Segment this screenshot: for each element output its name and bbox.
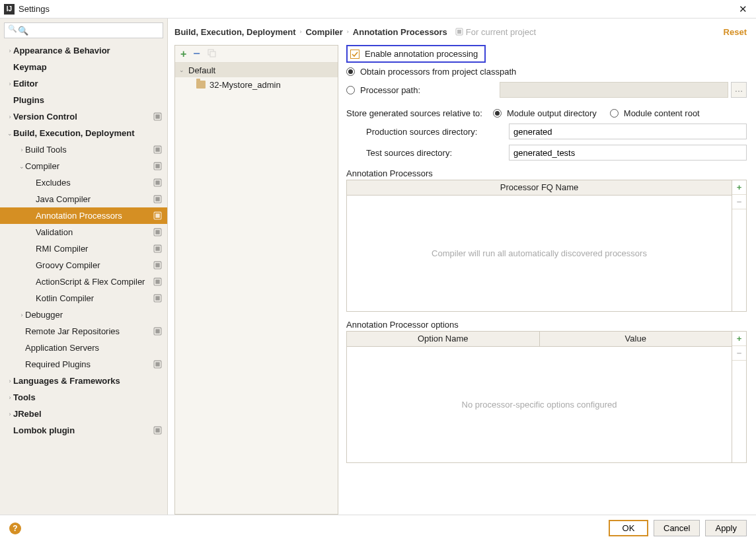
tree-item-editor[interactable]: ›Editor [0,75,167,92]
module-output-radio[interactable] [493,109,502,118]
profile-default[interactable]: ⌄ Default [175,63,338,77]
add-processor-icon[interactable]: + [732,180,746,195]
svg-rect-15 [155,246,160,251]
tree-item-version-control[interactable]: ›Version Control [0,108,167,125]
cancel-button[interactable]: Cancel [654,520,700,536]
project-badge-icon [153,294,162,303]
module-content-radio[interactable] [610,109,619,118]
prod-dir-input[interactable] [509,124,747,139]
tree-item-label: Remote Jar Repositories [25,326,153,336]
window-title: Settings [19,4,734,14]
obtain-from-classpath-radio[interactable] [346,67,355,76]
search-input[interactable] [4,22,163,38]
tree-item-label: Excludes [36,178,153,188]
tree-item-lombok-plugin[interactable]: Lombok plugin [0,422,167,439]
obtain-from-classpath-label: Obtain processors from project classpath [360,67,516,77]
tree-item-appearance-behavior[interactable]: ›Appearance & Behavior [0,42,167,59]
chevron-right-icon: › [7,81,13,87]
options-title: Annotation Processor options [346,320,747,330]
chevron-right-icon: › [7,394,13,401]
add-option-icon[interactable]: + [732,332,746,346]
tree-item-application-servers[interactable]: Application Servers [0,340,167,356]
svg-rect-19 [155,279,160,284]
tree-item-java-compiler[interactable]: Java Compiler [0,191,167,207]
chevron-right-icon: › [347,28,349,35]
processor-path-input [500,82,728,98]
project-badge-icon [455,28,463,36]
tree-item-label: Groovy Compiler [36,260,153,270]
tree-item-compiler[interactable]: ⌄Compiler [0,158,167,174]
reset-link[interactable]: Reset [724,27,747,37]
breadcrumb: Build, Execution, Deployment › Compiler … [174,18,756,45]
project-badge-icon [153,244,162,253]
options-header-value: Value [540,332,732,346]
tree-item-label: Plugins [13,95,162,105]
tree-item-keymap[interactable]: Keymap [0,59,167,75]
svg-rect-31 [210,52,215,57]
project-badge-icon [153,261,162,270]
tree-item-label: Kotlin Compiler [36,293,153,303]
profile-project[interactable]: 32-Mystore_admin [175,77,338,92]
close-icon[interactable]: ✕ [734,3,752,15]
tree-item-label: Tools [13,392,162,402]
enable-annotation-label: Enable annotation processing [365,49,478,59]
tree-item-excludes[interactable]: Excludes [0,174,167,191]
svg-rect-7 [155,180,160,185]
project-badge-icon [153,178,162,187]
svg-rect-11 [155,213,160,218]
svg-rect-25 [155,362,160,367]
project-badge-icon [153,211,162,220]
tree-item-rmi-compiler[interactable]: RMI Compiler [0,240,167,257]
remove-profile-icon[interactable]: − [193,47,200,61]
tree-item-actionscript-flex-compiler[interactable]: ActionScript & Flex Compiler [0,273,167,290]
project-badge-icon [153,426,162,435]
tree-item-jrebel[interactable]: ›JRebel [0,406,167,422]
tree-item-groovy-compiler[interactable]: Groovy Compiler [0,257,167,273]
tree-item-validation[interactable]: Validation [0,224,167,240]
tree-item-label: Validation [36,227,153,237]
search-icon: 🔍 [8,24,17,33]
options-header-name: Option Name [347,332,540,346]
for-project-label: For current project [466,27,536,37]
tree-item-kotlin-compiler[interactable]: Kotlin Compiler [0,290,167,307]
crumb-0[interactable]: Build, Execution, Deployment [174,27,295,37]
tree-item-tools[interactable]: ›Tools [0,389,167,406]
copy-profile-icon [207,48,216,59]
tree-item-plugins[interactable]: Plugins [0,92,167,108]
tree-item-remote-jar-repositories[interactable]: Remote Jar Repositories [0,323,167,340]
project-badge-icon [153,327,162,336]
help-icon[interactable]: ? [9,523,21,534]
processors-table: Processor FQ Name Compiler will run all … [346,180,732,312]
for-current-project: For current project [455,27,536,37]
svg-rect-9 [155,197,160,201]
crumb-1[interactable]: Compiler [305,27,342,37]
chevron-right-icon: › [7,378,13,384]
tree-item-label: Lombok plugin [13,425,153,435]
tree-item-label: Keymap [13,62,162,72]
chevron-down-icon: ⌄ [179,67,184,73]
tree-item-label: Build Tools [25,145,153,155]
tree-item-build-execution-deployment[interactable]: ⌄Build, Execution, Deployment [0,125,167,141]
processor-path-label: Processor path: [360,85,420,95]
svg-rect-17 [155,263,160,268]
tree-item-required-plugins[interactable]: Required Plugins [0,356,167,373]
tree-item-build-tools[interactable]: ›Build Tools [0,141,167,158]
tree-item-annotation-processors[interactable]: Annotation Processors [0,207,167,224]
tree-item-debugger[interactable]: ›Debugger [0,307,167,323]
project-badge-icon [153,228,162,236]
app-icon: IJ [4,4,15,15]
browse-path-button: … [731,82,747,98]
settings-sidebar: 🔍 ›Appearance & BehaviorKeymap›EditorPlu… [0,18,168,515]
test-dir-input[interactable] [509,145,747,161]
svg-rect-27 [155,428,160,433]
processor-path-radio[interactable] [346,86,355,94]
apply-button[interactable]: Apply [705,520,747,536]
tree-item-label: RMI Compiler [36,244,153,254]
chevron-right-icon: › [7,48,13,54]
ok-button[interactable]: OK [609,520,648,536]
tree-item-label: Version Control [13,112,153,122]
add-profile-icon[interactable]: + [180,48,186,60]
tree-item-label: Required Plugins [25,359,153,369]
enable-annotation-checkbox[interactable] [350,50,359,59]
tree-item-languages-frameworks[interactable]: ›Languages & Frameworks [0,373,167,389]
